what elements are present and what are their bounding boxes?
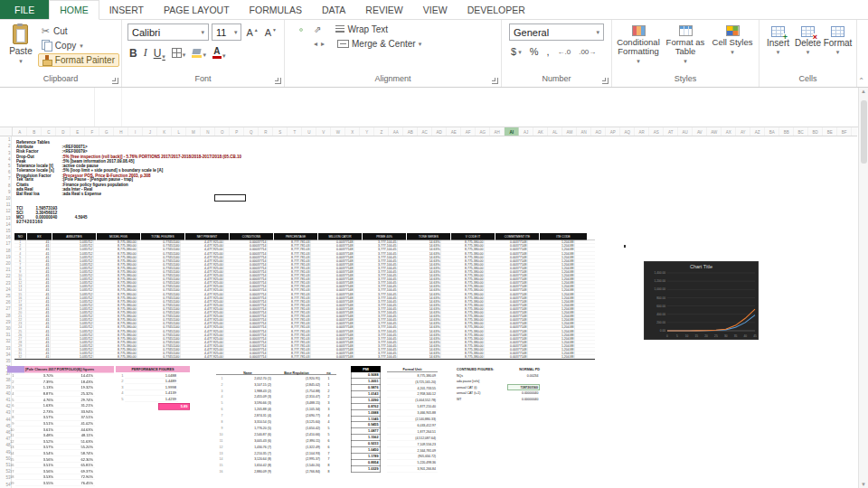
tab-file[interactable]: FILE: [0, 0, 49, 19]
column-header-BC[interactable]: BC: [794, 127, 808, 136]
column-header-AG[interactable]: AG: [476, 127, 490, 136]
active-cell[interactable]: [214, 194, 246, 202]
row-header-28[interactable]: 28: [0, 312, 12, 318]
row-header-29[interactable]: 29: [0, 318, 12, 324]
row-header-10[interactable]: 10: [0, 195, 12, 202]
dialog-launcher-icon[interactable]: [112, 78, 118, 84]
tab-home[interactable]: HOME: [49, 0, 99, 20]
column-header-W[interactable]: W: [331, 127, 345, 136]
column-header-AW[interactable]: AW: [707, 127, 722, 136]
column-header-AC[interactable]: AC: [418, 127, 432, 136]
borders-button[interactable]: ▾: [172, 48, 186, 58]
column-header-F[interactable]: F: [85, 127, 99, 136]
comma-button[interactable]: ,: [546, 46, 549, 57]
column-header-I[interactable]: I: [128, 127, 143, 136]
column-header-G[interactable]: G: [99, 127, 114, 136]
column-header-BD[interactable]: BD: [808, 127, 823, 136]
align-right-button[interactable]: [307, 42, 310, 46]
align-bottom-button[interactable]: [307, 28, 310, 32]
collapse-ribbon-button[interactable]: ⌃: [858, 77, 864, 85]
row-header-25[interactable]: 25: [0, 293, 12, 299]
column-header-BE[interactable]: BE: [823, 127, 837, 136]
column-header-AR[interactable]: AR: [635, 127, 649, 136]
column-header-U[interactable]: U: [302, 127, 316, 136]
dialog-launcher-icon[interactable]: [275, 78, 281, 84]
column-header-J[interactable]: J: [143, 127, 157, 136]
orientation-button[interactable]: ⇗: [314, 24, 321, 34]
dialog-launcher-icon[interactable]: [492, 78, 498, 84]
column-header-AU[interactable]: AU: [678, 127, 693, 136]
decrease-indent-icon[interactable]: ◂: [314, 40, 317, 48]
column-header-AK[interactable]: AK: [533, 127, 548, 136]
dialog-launcher-icon[interactable]: [602, 78, 609, 84]
sheet-area[interactable]: 1234567891011121314151617181920212223242…: [0, 136, 868, 488]
row-header-34[interactable]: 34: [0, 351, 12, 357]
cell-styles-button[interactable]: Cell Styles ▾: [710, 23, 755, 73]
percent-button[interactable]: %: [530, 46, 539, 57]
tab-data[interactable]: DATA: [312, 0, 355, 19]
column-header-AV[interactable]: AV: [693, 127, 707, 136]
row-header-5[interactable]: 5: [0, 163, 12, 169]
scroll-down-icon[interactable]: ▼: [859, 482, 868, 487]
column-header-BA[interactable]: BA: [765, 127, 779, 136]
column-header-V[interactable]: V: [316, 127, 331, 136]
select-all-corner[interactable]: [0, 127, 13, 136]
column-header-AT[interactable]: AT: [664, 127, 678, 136]
column-header-AD[interactable]: AD: [432, 127, 447, 136]
column-header-AF[interactable]: AF: [461, 127, 476, 136]
column-header-L[interactable]: L: [172, 127, 186, 136]
column-header-AX[interactable]: AX: [722, 127, 736, 136]
row-header-35[interactable]: 35: [0, 358, 12, 364]
column-header-N[interactable]: N: [201, 127, 215, 136]
insert-button[interactable]: Insert ▾: [763, 23, 793, 73]
format-painter-button[interactable]: Format Painter: [38, 53, 119, 67]
row-header-6[interactable]: 6: [0, 169, 12, 175]
row-header-21[interactable]: 21: [0, 267, 12, 273]
paste-button[interactable]: Paste ▾: [4, 22, 38, 73]
column-header-T[interactable]: T: [288, 127, 302, 136]
italic-button[interactable]: I: [144, 46, 147, 60]
copy-button[interactable]: Copy ▾: [38, 39, 119, 52]
column-header-AL[interactable]: AL: [548, 127, 562, 136]
tab-review[interactable]: REVIEW: [355, 0, 412, 19]
column-header-AM[interactable]: AM: [562, 127, 577, 136]
tab-page-layout[interactable]: PAGE LAYOUT: [154, 0, 240, 19]
column-header-BF[interactable]: BF: [837, 127, 852, 136]
tab-developer[interactable]: DEVELOPER: [458, 0, 535, 19]
row-header-3[interactable]: 3: [0, 149, 12, 155]
column-header-BB[interactable]: BB: [779, 127, 794, 136]
wrap-text-button[interactable]: Wrap Text: [335, 24, 388, 34]
align-left-button[interactable]: [292, 42, 296, 46]
row-header-14[interactable]: 14: [0, 221, 12, 228]
column-header-AO[interactable]: AO: [591, 127, 606, 136]
grow-font-button[interactable]: A ▲: [244, 27, 259, 38]
format-button[interactable]: Format ▾: [823, 23, 853, 73]
column-header-AH[interactable]: AH: [490, 127, 505, 136]
currency-button[interactable]: $ ▾: [511, 46, 522, 57]
column-header-Z[interactable]: Z: [374, 127, 389, 136]
cut-button[interactable]: ✂ Cut: [38, 25, 119, 37]
row-header-32[interactable]: 32: [0, 338, 12, 344]
row-header-23[interactable]: 23: [0, 279, 12, 286]
row-header-7[interactable]: 7: [0, 175, 12, 182]
column-header-AJ[interactable]: AJ: [519, 127, 533, 136]
scroll-up-icon[interactable]: ▲: [859, 89, 868, 94]
number-format-combo[interactable]: General ▾: [509, 23, 604, 41]
increase-decimal-icon[interactable]: ←.0: [557, 48, 571, 56]
delete-button[interactable]: Delete ▾: [793, 23, 823, 73]
row-header-4[interactable]: 4: [0, 156, 12, 163]
row-header-19[interactable]: 19: [0, 254, 12, 260]
row-header-9[interactable]: 9: [0, 189, 12, 195]
row-header-33[interactable]: 33: [0, 344, 12, 351]
row-header-16[interactable]: 16: [0, 234, 12, 240]
column-header-X[interactable]: X: [345, 127, 360, 136]
column-header-M[interactable]: M: [186, 127, 201, 136]
row-header-26[interactable]: 26: [0, 299, 12, 305]
chart[interactable]: Chart Title0.00200.00400.00600.00800.001…: [644, 261, 759, 340]
bold-button[interactable]: B: [129, 47, 137, 60]
row-header-2[interactable]: 2: [0, 143, 12, 149]
row-header-13[interactable]: 13: [0, 214, 12, 221]
conditional-formatting-button[interactable]: Conditional Formatting ▾: [616, 23, 661, 73]
row-header-8[interactable]: 8: [0, 182, 12, 188]
font-name-combo[interactable]: Calibri ▾: [127, 23, 209, 41]
